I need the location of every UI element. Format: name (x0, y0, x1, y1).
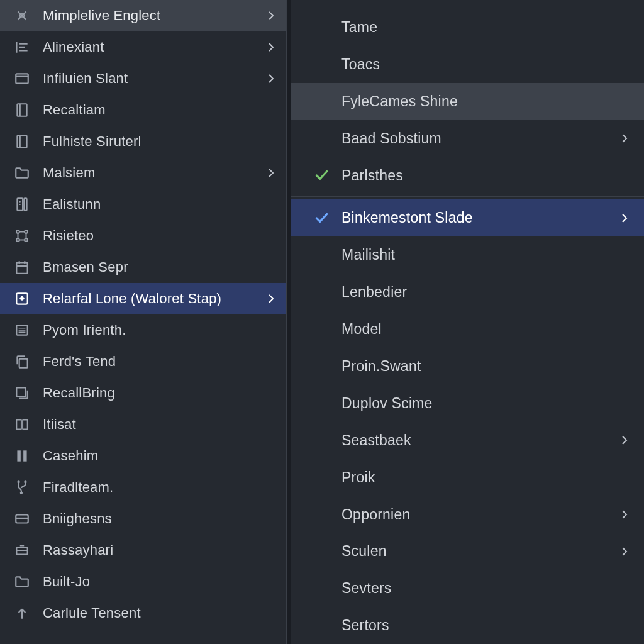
right-menu-item-toacs[interactable]: Toacs (291, 46, 644, 83)
menu-item-label: Ferd's Tend (43, 353, 277, 370)
menu-item-label: Baad Sobstium (341, 130, 619, 147)
right-menu-panel: TameToacsFyleCames ShineBaad SobstiumPar… (291, 0, 644, 644)
menu-item-label: Rassayhari (43, 542, 277, 558)
left-menu-item-ferd-s-tend[interactable]: Ferd's Tend (0, 346, 286, 377)
left-menu-item-recaltiam[interactable]: Recaltiam (0, 94, 286, 126)
check-icon (310, 167, 333, 184)
branch-icon (11, 477, 33, 498)
menu-item-label: Casehim (43, 448, 277, 464)
card-icon (11, 508, 33, 530)
download-box-icon (11, 288, 33, 309)
left-menu-item-casehim[interactable]: Casehim (0, 440, 286, 472)
stack-icon (11, 382, 33, 404)
left-menu-item-recallbring[interactable]: RecallBring (0, 377, 286, 409)
menu-item-label: Malsiem (43, 165, 265, 181)
menu-item-label: Mimplelive Englect (43, 8, 265, 24)
menu-item-label: Model (341, 321, 630, 338)
chevron-right-icon (619, 213, 630, 223)
menu-item-label: Alinexiant (43, 39, 265, 55)
right-menu-item-lenbedier[interactable]: Lenbedier (291, 274, 644, 311)
menu-item-label: Bniighesns (43, 511, 277, 527)
left-menu-item-rassayhari[interactable]: Rassayhari (0, 535, 286, 566)
menu-item-label: Oppornien (341, 506, 619, 523)
left-menu-item-ealistunn[interactable]: Ealistunn (0, 189, 286, 220)
right-menu-item-mailishit[interactable]: Mailishit (291, 236, 644, 274)
left-menu-item-alinexiant[interactable]: Alinexiant (0, 31, 286, 63)
files-icon (11, 414, 33, 435)
menu-item-label: Seastbaek (341, 432, 619, 449)
menu-item-label: Infiluien Slant (43, 70, 265, 87)
menu-item-label: Proin.Swant (341, 358, 630, 375)
right-menu-item-sevters[interactable]: Sevters (291, 570, 644, 607)
left-menu-item-risieteo[interactable]: Risieteo (0, 220, 286, 252)
left-menu-item-mimplelive-englect[interactable]: Mimplelive Englect (0, 0, 286, 31)
menu-item-label: Mailishit (341, 247, 630, 264)
right-menu-item-duplov-scime[interactable]: Duplov Scime (291, 385, 644, 422)
nodes-icon (11, 225, 33, 247)
right-menu-item-seastbaek[interactable]: Seastbaek (291, 422, 644, 459)
menu-item-label: Binkemestont Slade (341, 209, 619, 226)
align-left-icon (11, 36, 33, 58)
right-menu-item-binkemestont-slade[interactable]: Binkemestont Slade (291, 199, 644, 236)
menu-item-label: Duplov Scime (341, 395, 630, 412)
right-menu-item-proin-swant[interactable]: Proin.Swant (291, 348, 644, 385)
chevron-right-icon (265, 294, 277, 304)
right-menu-item-baad-sobstium[interactable]: Baad Sobstium (291, 120, 644, 157)
menu-separator (291, 196, 644, 197)
left-menu-item-built-jo[interactable]: Built-Jo (0, 566, 286, 597)
menu-item-label: Ealistunn (43, 196, 277, 213)
right-menu-item-sertors[interactable]: Sertors (291, 607, 644, 644)
chevron-right-icon (619, 547, 630, 557)
left-menu-item-fulhiste-siruterl[interactable]: Fulhiste Siruterl (0, 126, 286, 157)
menu-item-label: Sculen (341, 543, 619, 560)
right-menu-item-model[interactable]: Model (291, 311, 644, 348)
menu-item-label: RecallBring (43, 385, 277, 401)
chevron-right-icon (265, 168, 277, 178)
right-menu-item-oppornien[interactable]: Oppornien (291, 496, 644, 533)
left-menu-item-pyom-irienth[interactable]: Pyom Irienth. (0, 314, 286, 346)
server-icon (11, 194, 33, 215)
left-menu-item-bmasen-sepr[interactable]: Bmasen Sepr (0, 252, 286, 283)
left-menu-item-relarfal-lone-waloret-stap[interactable]: Relarfal Lone (Waloret Stap) (0, 283, 286, 314)
list-icon (11, 319, 33, 341)
calendar-icon (11, 257, 33, 278)
window-icon (11, 68, 33, 89)
menu-item-label: Recaltiam (43, 102, 277, 118)
left-menu-item-bniighesns[interactable]: Bniighesns (0, 503, 286, 535)
chevron-right-icon (619, 435, 630, 445)
right-menu-item-tame[interactable]: Tame (291, 9, 644, 46)
book-icon (11, 99, 33, 121)
menu-item-label: Proik (341, 469, 630, 486)
menu-item-label: FyleCames Shine (341, 93, 630, 110)
book-icon (11, 131, 33, 152)
copy-icon (11, 351, 33, 372)
left-menu-item-firadlteam[interactable]: Firadlteam. (0, 472, 286, 503)
left-menu-item-malsiem[interactable]: Malsiem (0, 157, 286, 189)
chevron-right-icon (265, 42, 277, 52)
menu-item-label: Tame (341, 19, 630, 36)
columns-icon (11, 445, 33, 467)
right-menu-item-parlsthes[interactable]: Parlsthes (291, 157, 644, 194)
left-menu-item-itiisat[interactable]: Itiisat (0, 409, 286, 440)
right-menu-item-sculen[interactable]: Sculen (291, 533, 644, 570)
folder-icon (11, 162, 33, 184)
left-menu-panel: Mimplelive EnglectAlinexiantInfiluien Sl… (0, 0, 286, 644)
check-icon (310, 210, 333, 226)
left-menu-item-carlule-tensent[interactable]: Carlule Tensent (0, 597, 286, 629)
chevron-right-icon (619, 133, 630, 143)
left-menu-item-infiluien-slant[interactable]: Infiluien Slant (0, 63, 286, 94)
right-menu-item-proik[interactable]: Proik (291, 459, 644, 496)
menu-item-label: Sertors (341, 617, 630, 634)
right-menu-item-fylecames-shine[interactable]: FyleCames Shine (291, 83, 644, 120)
menu-item-label: Toacs (341, 56, 630, 73)
menu-item-label: Parlsthes (341, 167, 630, 184)
menu-item-label: Lenbedier (341, 284, 630, 301)
menu-item-label: Sevters (341, 580, 630, 597)
menu-item-label: Pyom Irienth. (43, 322, 277, 338)
menu-item-label: Itiisat (43, 416, 277, 433)
drawer-icon (11, 540, 33, 561)
chevron-right-icon (265, 11, 277, 21)
panel-divider (286, 0, 291, 644)
chevron-right-icon (265, 74, 277, 84)
x-tool-icon (11, 5, 33, 26)
